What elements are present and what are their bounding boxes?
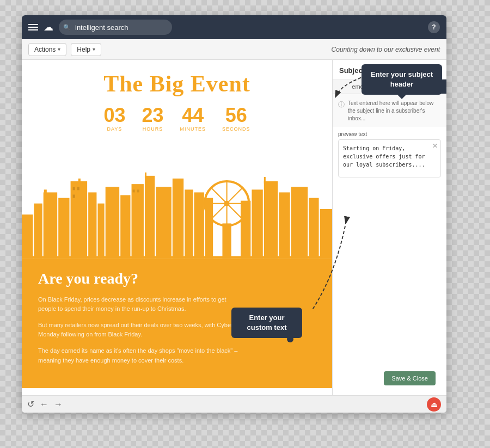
hamburger-menu[interactable] xyxy=(28,24,38,30)
para-3: The day earned its name as it's often th… xyxy=(38,346,245,365)
are-you-ready-heading: Are you ready? xyxy=(38,270,316,287)
svg-rect-24 xyxy=(222,223,231,259)
svg-rect-8 xyxy=(88,192,96,259)
svg-rect-28 xyxy=(252,189,262,259)
svg-rect-29 xyxy=(264,181,278,259)
svg-rect-5 xyxy=(58,198,69,259)
svg-rect-39 xyxy=(137,189,139,192)
subject-builder-panel: Subject Builder emoji's preview ⓘ Text e… xyxy=(332,60,446,395)
svg-rect-38 xyxy=(133,189,135,192)
chevron-down-icon: ▾ xyxy=(93,46,95,52)
svg-rect-2 xyxy=(34,204,42,259)
svg-rect-13 xyxy=(145,176,155,259)
panel-info: ⓘ Text entered here will appear below th… xyxy=(333,94,446,127)
svg-rect-26 xyxy=(205,198,213,259)
para-1: On Black Friday, prices decrease as disc… xyxy=(38,295,245,314)
countdown-days: 03 DAYS xyxy=(103,106,125,132)
countdown-seconds: 56 SECONDS xyxy=(222,106,250,132)
svg-rect-4 xyxy=(44,189,47,195)
bottom-bar: ↺ ← → ⏏ xyxy=(22,395,446,413)
svg-rect-16 xyxy=(173,179,183,259)
preview-text-label: preview text xyxy=(333,127,446,139)
svg-rect-6 xyxy=(71,181,88,259)
svg-rect-11 xyxy=(120,195,130,259)
help-icon[interactable]: ? xyxy=(428,21,440,33)
svg-rect-35 xyxy=(73,187,75,190)
svg-rect-27 xyxy=(241,201,250,259)
save-close-button[interactable]: Save & Close xyxy=(384,371,436,385)
countdown-row: 03 DAYS 23 HOURS 44 MINUTES 56 xyxy=(22,106,332,132)
svg-rect-32 xyxy=(291,187,308,259)
svg-rect-40 xyxy=(22,256,332,259)
subject-text: Counting down to our exclusive event xyxy=(332,46,440,53)
svg-rect-31 xyxy=(279,192,290,259)
para-2: But many retailers now spread out their … xyxy=(38,321,245,340)
forward-button[interactable]: → xyxy=(54,400,63,409)
chevron-down-icon: ▾ xyxy=(58,46,60,52)
svg-rect-3 xyxy=(44,192,57,259)
svg-rect-15 xyxy=(156,187,171,259)
help-button[interactable]: Help ▾ xyxy=(71,43,101,56)
exit-button[interactable]: ⏏ xyxy=(427,397,441,412)
svg-rect-30 xyxy=(264,177,266,183)
svg-rect-14 xyxy=(145,173,146,178)
svg-rect-12 xyxy=(132,184,144,259)
back-button[interactable]: ← xyxy=(40,400,48,409)
svg-rect-33 xyxy=(309,198,318,259)
toolbar: Actions ▾ Help ▾ Counting down to our ex… xyxy=(22,39,446,60)
email-top-section: The Big Event 03 DAYS 23 HOURS 44 MINUTE xyxy=(22,60,332,137)
preview-textarea-wrapper: Starting on Friday, exclusive offers jus… xyxy=(338,139,441,180)
countdown-hours: 23 HOURS xyxy=(142,106,163,132)
svg-rect-25 xyxy=(194,192,204,259)
preview-textarea[interactable]: Starting on Friday, exclusive offers jus… xyxy=(338,139,441,177)
search-input[interactable] xyxy=(59,20,172,35)
skyline-svg xyxy=(22,148,332,259)
event-title: The Big Event xyxy=(22,71,332,97)
actions-button[interactable]: Actions ▾ xyxy=(28,43,66,56)
svg-rect-36 xyxy=(77,187,79,190)
skyline-section xyxy=(22,137,332,259)
undo-button[interactable]: ↺ xyxy=(27,399,34,409)
svg-rect-9 xyxy=(97,204,104,259)
svg-rect-10 xyxy=(106,187,119,259)
svg-rect-37 xyxy=(73,194,75,198)
tooltip-subject-header: Enter your subject header xyxy=(362,64,442,95)
email-body: The Big Event 03 DAYS 23 HOURS 44 MINUTE xyxy=(22,60,332,388)
cloud-icon: ☁ xyxy=(44,21,53,33)
nav-bar: ☁ ? xyxy=(22,15,446,39)
svg-rect-7 xyxy=(78,179,81,184)
svg-rect-17 xyxy=(185,189,193,259)
svg-rect-34 xyxy=(320,209,332,259)
countdown-minutes: 44 MINUTES xyxy=(180,106,206,132)
browser-window: ☁ ? Actions ▾ Help ▾ Counting down to ou… xyxy=(22,15,446,413)
email-preview: The Big Event 03 DAYS 23 HOURS 44 MINUTE xyxy=(22,60,332,395)
svg-rect-1 xyxy=(22,214,33,259)
main-content: The Big Event 03 DAYS 23 HOURS 44 MINUTE xyxy=(22,60,446,395)
info-icon: ⓘ xyxy=(338,100,345,109)
search-wrapper xyxy=(59,20,172,35)
info-text: Text entered here will appear below the … xyxy=(348,100,441,122)
clear-textarea-button[interactable]: ✕ xyxy=(432,143,438,149)
tooltip-custom-text: Enter your custom text xyxy=(231,308,302,338)
